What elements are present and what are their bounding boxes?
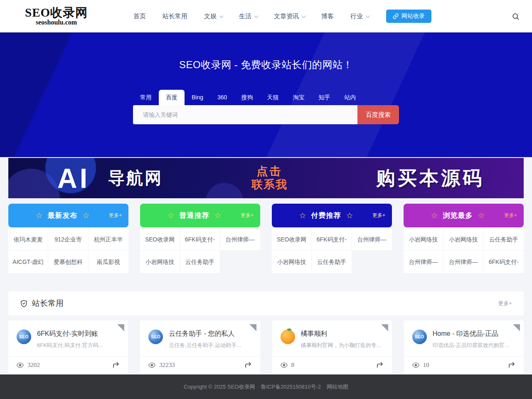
header-search-button[interactable] — [512, 12, 520, 20]
logo-title: SEO收录网 — [25, 6, 88, 19]
share-icon[interactable] — [112, 361, 120, 369]
rank-grid: SEO收录网 6FK码支付- 台州律师— 小岩网络技 云任务助手 — [140, 228, 260, 273]
rank-link[interactable]: 6FK码支付- — [484, 251, 524, 273]
rank-sections: ☆ 最新发布 ☆ 更多+ 依玛木麦麦 912企业寄 杭州正丰半 AICGT-虚幻… — [8, 204, 524, 273]
rank-header-paid[interactable]: ☆ 付费推荐 ☆ 更多+ — [272, 204, 392, 227]
nav-label: 文章资讯 — [274, 12, 299, 20]
view-count-value: 3202 — [27, 362, 40, 369]
nav-item-life[interactable]: 生活 — [239, 12, 257, 20]
nav-label: 首页 — [133, 12, 146, 20]
site-card-description: 印选优品-正品印度双效代购官... — [433, 342, 509, 349]
tab-baidu[interactable]: 百度 — [159, 90, 185, 105]
seo-globe-icon: SEO — [148, 330, 163, 344]
site-card-jushi[interactable]: 橘事顺利 橘事顺利官网，为小鞠打造的专... 8 — [272, 320, 392, 374]
rank-link[interactable]: 台州律师— — [404, 251, 443, 273]
chevron-down-icon — [254, 14, 259, 18]
share-icon[interactable] — [244, 361, 252, 369]
tab-changyong[interactable]: 常用 — [133, 90, 159, 105]
rank-link[interactable]: 爱慕创想科 — [48, 251, 88, 273]
section-title: 站长常用 — [32, 298, 64, 309]
rank-link[interactable]: 小岩网络技 — [404, 228, 443, 251]
icp-license-link[interactable]: 鲁ICP备2025150810号-2 — [261, 383, 321, 391]
rank-link[interactable]: 台州律师— — [220, 228, 260, 251]
tab-zhihu[interactable]: 知乎 — [311, 90, 337, 105]
rank-link[interactable]: SEO收录网 — [272, 228, 312, 251]
star-icon: ☆ — [83, 211, 90, 220]
star-icon: ☆ — [431, 211, 438, 220]
site-card-title[interactable]: 云任务助手 - 您的私人 — [169, 330, 241, 338]
ad-banner[interactable]: AI 导航网 点击 联系我 购买本源码 — [8, 158, 524, 198]
section-more-link[interactable]: 更多+ — [498, 300, 512, 307]
rank-more-link[interactable]: 更多+ — [109, 212, 122, 219]
nav-item-home[interactable]: 首页 — [133, 12, 146, 20]
tab-tmall[interactable]: 天猫 — [260, 90, 286, 105]
nav-item-webmaster-common[interactable]: 站长常用 — [163, 12, 187, 20]
rank-link[interactable]: SEO收录网 — [140, 228, 180, 251]
rank-link[interactable]: 云任务助手 — [312, 251, 352, 273]
banner-contact-text: 点击 联系我 — [251, 165, 288, 191]
rank-more-link[interactable]: 更多+ — [241, 212, 254, 219]
rank-title: 最新发布 — [48, 211, 78, 220]
rank-link[interactable]: 912企业寄 — [48, 228, 88, 251]
view-count: 32233 — [148, 362, 175, 369]
share-icon[interactable] — [508, 361, 515, 369]
rank-title-wrap: ☆ 最新发布 ☆ — [16, 211, 121, 220]
rank-link[interactable]: 6FK码支付- — [312, 228, 352, 251]
webmaster-common-section-bar: 站长常用 更多+ — [8, 291, 524, 315]
rank-link[interactable]: 杭州正丰半 — [89, 228, 128, 251]
rank-link[interactable]: 云任务助手 — [180, 251, 220, 273]
rank-more-link[interactable]: 更多+ — [504, 212, 517, 219]
rank-more-link[interactable]: 更多+ — [372, 212, 385, 219]
rank-header-most-viewed[interactable]: ☆ 浏览最多 ☆ 更多+ — [404, 204, 524, 227]
rank-link[interactable]: 南瓜影视 — [89, 251, 128, 273]
seo-globe-icon: SEO — [17, 330, 31, 344]
tab-360[interactable]: 360 — [210, 90, 234, 105]
star-icon: ☆ — [35, 211, 42, 220]
view-count-value: 10 — [423, 362, 429, 369]
eye-icon — [17, 362, 24, 369]
rank-link[interactable]: 小岩网络技 — [140, 251, 180, 273]
site-card-home-yinxuan[interactable]: SEO Home - 印选优品-正品 印选优品-正品印度双效代购官... 10 — [404, 320, 524, 374]
star-icon: ☆ — [346, 211, 353, 220]
nav-item-blog[interactable]: 博客 — [321, 12, 334, 20]
submit-site-button[interactable]: 网站收录 — [386, 10, 431, 23]
share-icon[interactable] — [376, 361, 384, 369]
rank-link[interactable]: 依玛木麦麦 — [8, 228, 48, 251]
keyword-search-input[interactable] — [133, 105, 357, 124]
site-card-title[interactable]: Home - 印选优品-正品 — [433, 330, 509, 338]
site-card-title[interactable]: 橘事顺利 — [301, 330, 381, 338]
rank-link[interactable]: 台州律师— — [352, 228, 392, 251]
baidu-search-button[interactable]: 百度搜索 — [357, 105, 399, 124]
rank-link[interactable]: AICGT-虚幻 — [8, 251, 48, 273]
tab-bing[interactable]: Bing — [185, 90, 210, 105]
nav-item-entertainment[interactable]: 文娱 — [204, 12, 222, 20]
nav-item-articles[interactable]: 文章资讯 — [274, 12, 305, 20]
rank-header-normal[interactable]: ☆ 普通推荐 ☆ 更多+ — [140, 204, 260, 227]
submit-site-label: 网站收录 — [401, 12, 425, 20]
rank-title: 浏览最多 — [443, 211, 473, 220]
corner-fold-icon — [513, 324, 520, 331]
site-card-title[interactable]: 6FK码支付-实时到账 — [37, 330, 103, 338]
rank-grid: SEO收录网 6FK码支付- 台州律师— 小岩网络技 云任务助手 — [272, 228, 392, 273]
eye-icon — [412, 362, 419, 369]
tab-taobao[interactable]: 淘宝 — [286, 90, 311, 105]
site-card-6fk[interactable]: SEO 6FK码支付-实时到账 6FK码支付,码支付,官方码... 3202 — [8, 320, 128, 374]
rank-grid: 小岩网络技 小岩网络技 云任务助手 台州律师— 台州律师— 6FK码支付- — [404, 228, 524, 273]
site-card-description: 橘事顺利官网，为小鞠打造的专... — [301, 342, 381, 349]
rank-link[interactable]: 6FK码支付- — [180, 228, 220, 251]
star-icon: ☆ — [167, 211, 174, 220]
nav-item-industry[interactable]: 行业 — [350, 12, 369, 20]
banner-buy-text: 购买本源码 — [376, 165, 484, 191]
site-card-cloud-task[interactable]: SEO 云任务助手 - 您的私人 云任务,云任务助手,运动助手... 32233 — [140, 320, 260, 374]
rank-link[interactable]: 小岩网络技 — [272, 251, 312, 273]
site-logo[interactable]: SEO收录网 seoshoulu.com — [25, 6, 88, 26]
tab-sogou[interactable]: 搜狗 — [234, 90, 260, 105]
sitemap-link[interactable]: 网站地图 — [327, 383, 348, 391]
rank-link[interactable]: 台州律师— — [443, 251, 483, 273]
rank-header-latest[interactable]: ☆ 最新发布 ☆ 更多+ — [8, 204, 128, 227]
tab-onsite[interactable]: 站内 — [337, 90, 363, 105]
rank-link[interactable]: 小岩网络技 — [443, 228, 483, 251]
footer: Copyright © 2025 SEO收录网 鲁ICP备2025150810号… — [0, 374, 532, 399]
star-icon: ☆ — [478, 211, 485, 220]
rank-link[interactable]: 云任务助手 — [484, 228, 524, 251]
